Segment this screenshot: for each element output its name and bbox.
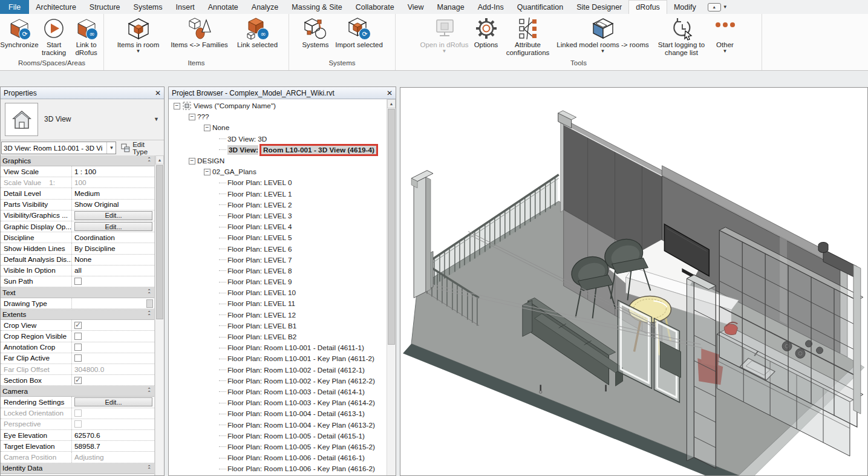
ribbon-button-link-to-drofus[interactable]: ∞ Link to dRofus [69,16,103,57]
tree-collapse-icon[interactable]: − [204,169,210,175]
tab-add-ins[interactable]: Add-Ins [471,0,511,14]
tree-item-floor-plan-level-8[interactable]: Floor Plan: LEVEL 8 [169,266,387,276]
tree-item-floor-plan-level-7[interactable]: Floor Plan: LEVEL 7 [169,255,387,266]
tab-manage[interactable]: Manage [431,0,471,14]
tree-item-floor-plan-room-l10-001-key-plan-4611-2-[interactable]: Floor Plan: Room L10-001 - Key Plan (461… [169,353,387,364]
tree-item-floor-plan-level-9[interactable]: Floor Plan: LEVEL 9 [169,276,387,287]
tab-file[interactable]: File [0,0,29,14]
tree-collapse-icon[interactable]: − [204,125,210,131]
ribbon-button-attribute-configurations[interactable]: Attribute configurations [502,16,554,57]
mini-button[interactable] [146,299,153,308]
tree-item-02-ga-plans[interactable]: −02_GA_Plans [169,166,387,177]
tree-item-3d-view-3d[interactable]: 3D View: 3D [169,134,387,145]
scrollbar-thumb[interactable] [156,165,163,319]
checkbox[interactable] [74,333,82,340]
properties-title-bar[interactable]: Properties ✕ [1,87,164,99]
tab-site-designer[interactable]: Site Designer [570,0,628,14]
tree-item--[interactable]: −??? [169,111,387,122]
collapse-icon[interactable]: ⌃⌃ [147,289,151,296]
tree-item-floor-plan-level-0[interactable]: Floor Plan: LEVEL 0 [169,177,387,188]
tree-item-views-company-name-[interactable]: −Views ("Company Name") [169,100,387,111]
tree-item-floor-plan-level-1[interactable]: Floor Plan: LEVEL 1 [169,189,387,200]
tree-item-design[interactable]: −DESIGN [169,155,387,166]
tree-collapse-icon[interactable]: − [189,114,195,120]
ribbon-button-other[interactable]: Other▼ [711,16,739,53]
collapse-icon[interactable]: ⌃⌃ [147,157,151,164]
properties-section-extents[interactable]: Extents⌃⌃ [1,309,154,320]
project-browser-title-bar[interactable]: Project Browser - Complex_Model_ARCH_Wik… [169,87,396,99]
chevron-down-icon[interactable]: ▼ [106,142,116,154]
tab-structure[interactable]: Structure [83,0,127,14]
ribbon-button-linked-model-rooms-rooms[interactable]: Linked model rooms -> rooms▼ [554,16,652,53]
tree-item-floor-plan-level-4[interactable]: Floor Plan: LEVEL 4 [169,221,387,232]
tab-insert[interactable]: Insert [169,0,201,14]
tree-item-floor-plan-level-b1[interactable]: Floor Plan: LEVEL B1 [169,321,387,331]
tab-massing-site[interactable]: Massing & Site [285,0,348,14]
tab-view[interactable]: View [401,0,431,14]
checkbox[interactable] [74,354,82,362]
type-selector-combo[interactable]: 3D View: Room L10-001 - 3D Vi ▼ [1,142,116,154]
edit-button[interactable]: Edit... [74,222,152,231]
tree-item-floor-plan-room-l10-007-detail-4617-1-[interactable]: Floor Plan: Room L10-007 - Detail (4617-… [169,474,387,475]
edit-button[interactable]: Edit... [74,397,152,406]
tree-item-room-l10-001-3d-view-4619-4-[interactable]: 3D View:Room L10-001 - 3D View (4619-4) [169,145,387,155]
tree-item-floor-plan-level-11[interactable]: Floor Plan: LEVEL 11 [169,298,387,309]
tree-item-floor-plan-room-l10-005-key-plan-4615-2-[interactable]: Floor Plan: Room L10-005 - Key Plan (461… [169,442,387,452]
scrollbar-thumb[interactable] [388,109,395,345]
tree-item-floor-plan-room-l10-004-detail-4613-1-[interactable]: Floor Plan: Room L10-004 - Detail (4613-… [169,408,387,419]
checkbox[interactable] [74,322,82,329]
tab-analyze[interactable]: Analyze [245,0,285,14]
tree-item-floor-plan-level-12[interactable]: Floor Plan: LEVEL 12 [169,310,387,321]
tree-item-floor-plan-room-l10-003-key-plan-4614-2-[interactable]: Floor Plan: Room L10-003 - Key Plan (461… [169,397,387,408]
tree-item-floor-plan-level-b2[interactable]: Floor Plan: LEVEL B2 [169,331,387,342]
collapse-icon[interactable]: ⌃⌃ [147,311,151,318]
tree-collapse-icon[interactable]: − [174,103,180,109]
tree-item-floor-plan-level-3[interactable]: Floor Plan: LEVEL 3 [169,210,387,221]
collapse-icon[interactable]: ⌃⌃ [147,388,151,394]
scroll-up-icon[interactable]: ▲ [155,155,164,165]
ribbon-button-synchronize[interactable]: ⟳ Synchronize [0,16,39,49]
properties-section-graphics[interactable]: Graphics⌃⌃ [1,155,154,166]
chevron-down-icon[interactable]: ▼ [723,50,728,53]
tree-item-floor-plan-room-l10-003-detail-4614-1-[interactable]: Floor Plan: Room L10-003 - Detail (4614-… [169,386,387,397]
tab-collaborate[interactable]: Collaborate [349,0,401,14]
ribbon-button-import-selected[interactable]: ⟳ Import selected [333,16,386,49]
ribbon-button-systems[interactable]: Systems [299,16,333,49]
tab-annotate[interactable]: Annotate [201,0,245,14]
tree-item-floor-plan-room-l10-006-key-plan-4616-2-[interactable]: Floor Plan: Room L10-006 - Key Plan (461… [169,463,387,474]
tab-modify[interactable]: Modify [667,0,703,14]
chevron-down-icon[interactable]: ▼ [154,116,159,122]
edit-button[interactable]: Edit... [74,211,152,220]
ribbon-minimize-icon[interactable]: ▲ [708,3,721,11]
ribbon-button-link-selected[interactable]: ∞ Link selected [233,16,282,49]
ribbon-button-start-logging-to-change-list[interactable]: Start logging to change list [652,16,711,57]
tree-item-floor-plan-room-l10-002-key-plan-4612-2-[interactable]: Floor Plan: Room L10-002 - Key Plan (461… [169,376,387,386]
tree-item-floor-plan-level-5[interactable]: Floor Plan: LEVEL 5 [169,232,387,243]
scroll-up-icon[interactable]: ▲ [387,99,396,108]
tree-collapse-icon[interactable]: − [189,158,195,165]
3d-viewport[interactable] [400,87,868,476]
ribbon-button-start-tracking[interactable]: Start tracking [39,16,69,57]
tab-systems[interactable]: Systems [127,0,169,14]
tab-quantification[interactable]: Quantification [511,0,570,14]
checkbox[interactable] [74,278,82,285]
project-browser-scrollbar[interactable]: ▲ [387,99,396,475]
chevron-down-icon[interactable]: ▼ [442,50,447,53]
edit-type-button[interactable]: Edit Type [119,141,163,155]
tree-item-floor-plan-room-l10-004-key-plan-4613-2-[interactable]: Floor Plan: Room L10-004 - Key Plan (461… [169,419,387,430]
close-icon[interactable]: ✕ [152,89,164,97]
tree-item-floor-plan-room-l10-001-detail-4611-1-[interactable]: Floor Plan: Room L10-001 - Detail (4611-… [169,342,387,353]
ribbon-button-items-in-room[interactable]: Items in room▼ [111,16,166,53]
checkbox[interactable] [74,409,82,417]
properties-section-text[interactable]: Text⌃⌃ [1,287,154,298]
tree-item-floor-plan-room-l10-002-detail-4612-1-[interactable]: Floor Plan: Room L10-002 - Detail (4612-… [169,365,387,376]
tree-item-floor-plan-level-6[interactable]: Floor Plan: LEVEL 6 [169,243,387,254]
ribbon-button-options[interactable]: Options [471,16,502,49]
tree-item-floor-plan-room-l10-005-detail-4615-1-[interactable]: Floor Plan: Room L10-005 - Detail (4615-… [169,431,387,442]
tab-drofus[interactable]: dRofus [628,0,667,14]
checkbox[interactable] [74,344,82,351]
tab-architecture[interactable]: Architecture [29,0,83,14]
chevron-down-icon[interactable]: ▼ [601,50,605,53]
properties-section-identity-data[interactable]: Identity Data⌃⌃ [1,463,154,474]
collapse-icon[interactable]: ⌃⌃ [147,465,151,472]
